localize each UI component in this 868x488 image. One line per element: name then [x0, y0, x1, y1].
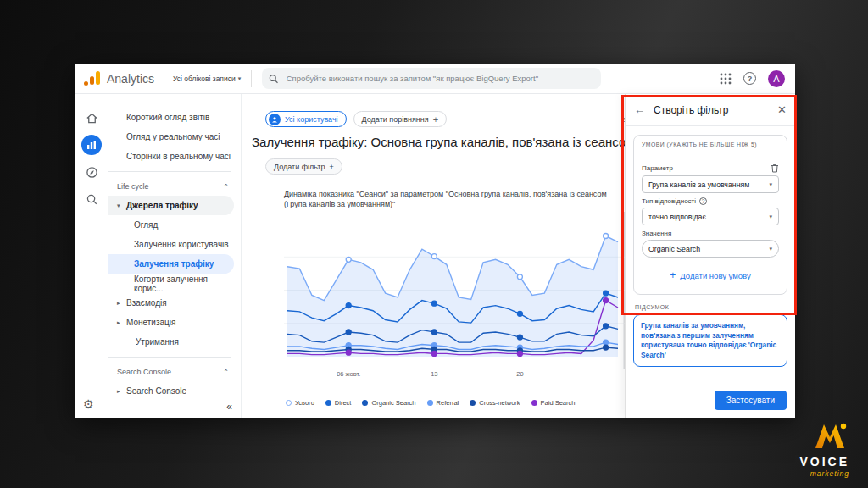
dimension-label: Параметр	[642, 164, 673, 172]
x-tick-label: 13	[419, 370, 449, 379]
filter-panel-title: Створіть фільтр	[654, 104, 729, 116]
settings-gear-icon[interactable]: ⚙	[83, 397, 94, 411]
sidebar-section[interactable]: Search Console⌃	[108, 363, 241, 381]
legend-dot	[470, 400, 476, 406]
legend-item[interactable]: Усього	[286, 399, 314, 407]
chart-legend: УсьогоDirectOrganic SearchReferralCross-…	[286, 399, 575, 407]
close-icon[interactable]: ✕	[777, 103, 787, 116]
value-label: Значення	[642, 230, 671, 237]
caret-icon: ▸	[117, 319, 126, 326]
sidebar-item[interactable]: Залучення користувачів	[108, 235, 234, 254]
page-background: Analytics Усі облікові записи ▾	[0, 0, 868, 488]
avatar[interactable]: A	[768, 70, 785, 87]
sidebar-item[interactable]: Утримання	[108, 332, 234, 352]
sidebar-section[interactable]: Life cycle⌃	[108, 177, 241, 196]
match-type-select[interactable]: точно відповідає ▾	[642, 208, 779, 225]
conditions-header: УМОВИ (УКАЖІТЬ НЕ БІЛЬШЕ НІЖ 5)	[634, 136, 787, 153]
analytics-logo-icon[interactable]	[83, 70, 102, 87]
info-icon[interactable]: ?	[699, 197, 707, 205]
help-icon[interactable]: ?	[743, 72, 756, 85]
dimension-select[interactable]: Група каналів за умовчанням ▾	[642, 175, 779, 193]
legend-item[interactable]: Cross-network	[470, 399, 520, 407]
summary-header: ПІДСУМОК	[635, 304, 795, 310]
value-select[interactable]: Organic Search ▾	[642, 240, 779, 258]
sidebar-item[interactable]: ▾Джерела трафіку	[108, 196, 234, 215]
chevron-up-icon: ⌃	[223, 183, 229, 191]
traffic-chart[interactable]	[284, 212, 625, 369]
sidebar-nav: Короткий огляд звітівОгляд у реальному ч…	[108, 108, 241, 401]
home-icon[interactable]	[81, 108, 102, 128]
traffic-chart-svg	[284, 212, 625, 369]
watermark-sub: marketing	[799, 469, 849, 478]
brand-watermark: VOICE marketing	[799, 421, 849, 478]
add-filter-chip[interactable]: Додати фільтр +	[265, 158, 342, 175]
caret-icon: ▾	[117, 202, 126, 209]
apps-grid-icon[interactable]	[720, 73, 732, 85]
filter-summary: Група каналів за умовчанням, пов'язана з…	[633, 314, 787, 367]
nav-rail: ⚙	[75, 94, 108, 418]
legend-item[interactable]: Paid Search	[531, 399, 576, 407]
x-tick-label: 20	[504, 370, 535, 379]
sidebar-item[interactable]: ▸Взаємодія	[108, 293, 234, 313]
caret-icon: ▸	[117, 300, 126, 307]
sidebar-item[interactable]: Когорти залучення корис...	[108, 274, 234, 293]
legend-dot	[362, 400, 368, 406]
add-condition-button[interactable]: + Додати нову умову	[665, 266, 755, 285]
search-icon	[269, 74, 278, 84]
search-input[interactable]	[285, 73, 595, 84]
x-tick-label: 06 жовт.	[333, 370, 364, 379]
legend-item[interactable]: Organic Search	[362, 399, 415, 407]
legend-dot	[286, 400, 292, 406]
match-type-label: Тип відповідності	[642, 197, 696, 205]
topbar-divider	[251, 70, 252, 87]
legend-dot	[326, 400, 331, 406]
chevron-down-icon: ▾	[238, 75, 242, 82]
advertising-icon[interactable]	[81, 189, 102, 209]
global-search[interactable]	[262, 68, 601, 89]
legend-dot	[531, 400, 537, 406]
back-arrow-icon[interactable]: ←	[634, 103, 645, 116]
legend-dot	[427, 400, 433, 406]
sidebar-item[interactable]: Короткий огляд звітів	[108, 108, 234, 127]
all-users-chip[interactable]: Усі користувачі	[265, 111, 347, 127]
chart-caption: Динаміка показника "Сеанси" за параметро…	[284, 189, 616, 209]
sidebar-divider	[108, 171, 231, 172]
chart-x-axis: 06 жовт.1320	[284, 370, 625, 392]
voice-logo-icon	[812, 421, 849, 450]
sidebar-item[interactable]: Огляд	[108, 215, 234, 235]
legend-item[interactable]: Referral	[427, 399, 459, 407]
analytics-window: Analytics Усі облікові записи ▾	[75, 64, 795, 418]
caret-icon: ▸	[117, 388, 126, 395]
sidebar-item[interactable]: ▸Search Console	[108, 381, 234, 401]
reports-icon[interactable]	[81, 135, 102, 155]
apply-button[interactable]: Застосувати	[715, 391, 787, 410]
delete-condition-icon[interactable]	[771, 164, 779, 173]
chevron-down-icon: ▾	[769, 181, 772, 188]
watermark-brand: VOICE	[799, 455, 849, 469]
legend-item[interactable]: Direct	[326, 399, 352, 407]
page-title: Залучення трафіку: Основна група каналів…	[252, 135, 635, 149]
create-filter-panel: ← Створіть фільтр ✕ УМОВИ (УКАЖІТЬ НЕ БІ…	[625, 94, 795, 418]
plus-icon: +	[329, 163, 333, 171]
plus-icon: +	[433, 114, 438, 125]
plus-icon: +	[670, 269, 676, 281]
users-icon	[269, 114, 281, 125]
sidebar-item[interactable]: Огляд у реальному часі	[108, 127, 234, 147]
add-comparison-chip[interactable]: Додати порівняння +	[353, 111, 447, 127]
sidebar-item[interactable]: ▸Монетизація	[108, 313, 234, 332]
product-name: Analytics	[107, 72, 154, 86]
chevron-up-icon: ⌃	[223, 369, 229, 376]
report-sidebar: Короткий огляд звітівОгляд у реальному ч…	[108, 94, 242, 418]
filter-panel-header: ← Створіть фільтр ✕	[626, 94, 795, 126]
explore-icon[interactable]	[81, 162, 102, 182]
conditions-box: УМОВИ (УКАЖІТЬ НЕ БІЛЬШЕ НІЖ 5) Параметр…	[633, 135, 787, 295]
chevron-down-icon: ▾	[769, 246, 772, 252]
sidebar-divider	[108, 357, 231, 358]
collapse-sidebar-icon[interactable]: «	[226, 401, 232, 413]
account-switcher[interactable]: Усі облікові записи ▾	[173, 75, 241, 83]
sidebar-item[interactable]: Сторінки в реальному часі	[108, 147, 234, 166]
chevron-down-icon: ▾	[769, 214, 772, 220]
sidebar-item[interactable]: Залучення трафіку	[108, 254, 234, 274]
top-app-bar: Analytics Усі облікові записи ▾	[75, 64, 795, 94]
